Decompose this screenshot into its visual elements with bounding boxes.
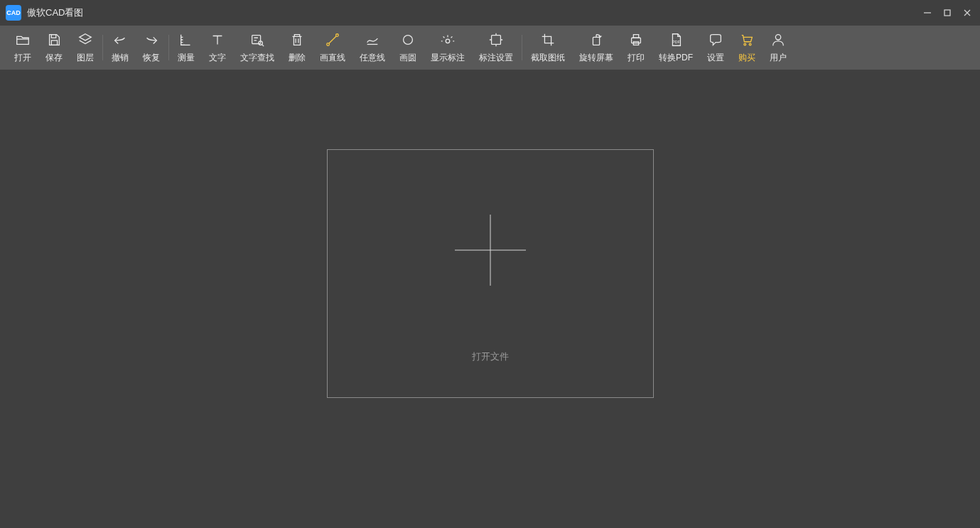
pdf-icon: PDF [668, 32, 684, 48]
settings-label: 设置 [707, 52, 724, 64]
svg-rect-14 [632, 38, 641, 43]
svg-point-8 [327, 43, 330, 45]
chat-icon [708, 32, 723, 48]
plus-icon [328, 150, 653, 350]
crop-label: 截取图纸 [531, 52, 565, 64]
measure-label: 测量 [178, 52, 195, 64]
undo-icon [112, 32, 128, 48]
delete-button[interactable]: 删除 [281, 29, 313, 67]
undo-button[interactable]: 撤销 [104, 29, 136, 67]
toolbar-separator [522, 35, 522, 60]
crop-button[interactable]: 截取图纸 [524, 29, 572, 67]
rotate-button[interactable]: 旋转屏幕 [572, 29, 620, 67]
straight-line-label: 画直线 [320, 52, 345, 64]
close-button[interactable] [960, 6, 974, 20]
rotate-label: 旋转屏幕 [579, 52, 613, 64]
svg-text:PDF: PDF [672, 39, 681, 43]
svg-point-9 [336, 33, 339, 36]
svg-rect-13 [593, 37, 599, 45]
title-bar: CAD 傲软CAD看图 [0, 0, 980, 26]
save-label: 保存 [45, 52, 63, 64]
save-button[interactable]: 保存 [38, 29, 70, 67]
ruler-icon [178, 32, 194, 48]
purchase-button[interactable]: 购买 [731, 29, 763, 67]
user-icon [770, 32, 786, 48]
open-button[interactable]: 打开 [7, 29, 38, 67]
canvas-area: 打开文件 [0, 70, 980, 528]
text-find-label: 文字查找 [240, 52, 274, 64]
print-icon [628, 32, 644, 48]
measure-button[interactable]: 测量 [171, 29, 202, 67]
show-markup-button[interactable]: 显示标注 [424, 29, 472, 67]
save-icon [46, 32, 62, 48]
cart-icon [739, 32, 755, 48]
free-line-icon [365, 32, 380, 48]
svg-rect-15 [633, 34, 638, 38]
layers-button[interactable]: 图层 [70, 29, 101, 67]
folder-open-icon [15, 32, 31, 48]
title-left: CAD 傲软CAD看图 [6, 5, 83, 21]
maximize-button[interactable] [940, 6, 954, 20]
free-line-button[interactable]: 任意线 [352, 29, 392, 67]
rotate-icon [588, 32, 604, 48]
crop-icon [540, 32, 556, 48]
svg-rect-5 [51, 40, 57, 44]
text-icon [210, 32, 225, 48]
text-find-icon [249, 32, 265, 48]
svg-rect-4 [51, 34, 55, 38]
circle-label: 画圆 [399, 52, 416, 64]
text-find-button[interactable]: 文字查找 [233, 29, 281, 67]
svg-rect-6 [252, 35, 261, 43]
toolbar-separator [168, 35, 169, 60]
print-label: 打印 [628, 52, 645, 64]
settings-button[interactable]: 设置 [700, 29, 731, 67]
markup-settings-icon [488, 32, 504, 48]
svg-point-11 [446, 39, 450, 43]
print-button[interactable]: 打印 [620, 29, 652, 67]
undo-label: 撤销 [112, 52, 129, 64]
straight-line-button[interactable]: 画直线 [313, 29, 352, 67]
to-pdf-label: 转换PDF [659, 52, 693, 64]
user-label: 用户 [770, 52, 787, 64]
user-button[interactable]: 用户 [763, 29, 794, 67]
redo-icon [144, 32, 159, 48]
layers-label: 图层 [77, 52, 94, 64]
open-label: 打开 [14, 52, 31, 64]
to-pdf-button[interactable]: PDF 转换PDF [652, 29, 700, 67]
app-icon: CAD [6, 5, 21, 21]
markup-settings-label: 标注设置 [479, 52, 513, 64]
svg-point-19 [749, 43, 751, 45]
delete-label: 删除 [289, 52, 306, 64]
window-controls [920, 6, 974, 20]
show-markup-label: 显示标注 [431, 52, 465, 64]
text-button[interactable]: 文字 [202, 29, 233, 67]
trash-icon [289, 32, 305, 48]
free-line-label: 任意线 [360, 52, 385, 64]
redo-label: 恢复 [143, 52, 160, 64]
toolbar: 打开 保存 图层 撤销 恢复 测量 文字 [0, 26, 980, 70]
toolbar-separator [102, 35, 103, 60]
purchase-label: 购买 [738, 52, 755, 64]
line-icon [325, 32, 340, 48]
redo-button[interactable]: 恢复 [136, 29, 167, 67]
show-markup-icon [440, 32, 456, 48]
circle-button[interactable]: 画圆 [392, 29, 424, 67]
layers-icon [77, 32, 93, 48]
svg-rect-12 [492, 35, 501, 44]
text-label: 文字 [209, 52, 226, 64]
open-file-label: 打开文件 [472, 350, 509, 363]
svg-rect-1 [944, 10, 950, 16]
minimize-button[interactable] [920, 6, 935, 20]
circle-icon [400, 32, 416, 48]
app-title: 傲软CAD看图 [27, 6, 83, 19]
svg-point-10 [404, 35, 413, 44]
svg-point-20 [775, 34, 780, 39]
svg-point-18 [744, 43, 746, 45]
open-file-box[interactable]: 打开文件 [327, 149, 654, 398]
markup-settings-button[interactable]: 标注设置 [472, 29, 520, 67]
